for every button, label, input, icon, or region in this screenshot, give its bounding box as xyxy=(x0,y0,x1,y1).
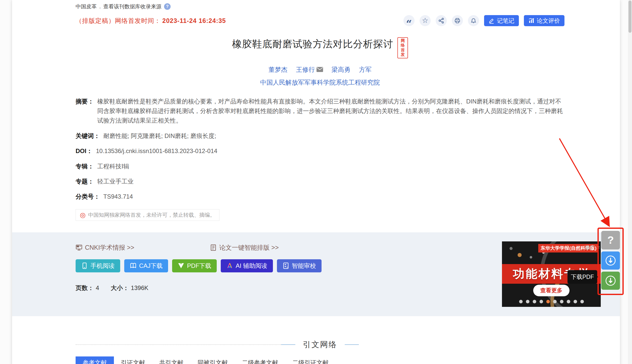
scrollbar-thumb[interactable] xyxy=(628,1,631,33)
evaluate-button-label: 论文评价 xyxy=(537,17,560,25)
doi-row: DOI： 10.13536/j.cnki.issn1001-6813.2023-… xyxy=(76,146,564,156)
clc-label: 分类号： xyxy=(76,192,100,201)
journal-source-line: 中国皮革 . 查看该刊数据库收录来源 ? xyxy=(76,2,564,10)
carousel-dot[interactable] xyxy=(574,300,577,303)
topic-value: 轻工业手工业 xyxy=(97,177,134,186)
doi-value: 10.13536/j.cnki.issn1001-6813.2023-012-0… xyxy=(96,146,217,156)
clc-value: TS943.714 xyxy=(103,192,133,201)
carousel-dots xyxy=(502,300,601,303)
album-row: 专辑： 工程科技Ⅰ辑 xyxy=(76,162,564,171)
carousel-dot[interactable] xyxy=(553,300,557,303)
promo-close-icon[interactable]: × xyxy=(597,244,600,250)
author-name: 王修行 xyxy=(296,65,315,74)
copyright-box: ◎ 中国知网独家网络首发，未经许可，禁止转载、摘编。 xyxy=(76,209,219,221)
download-circle-icon xyxy=(605,275,616,286)
carousel-dot[interactable] xyxy=(533,300,536,303)
tab-co-cited[interactable]: 共引文献 xyxy=(152,356,191,364)
journal-name[interactable]: 中国皮革 xyxy=(76,3,97,10)
citation-tabs: 参考文献 引证文献 共引文献 同被引文献 二级参考文献 二级引证文献 xyxy=(76,356,564,364)
source-link[interactable]: 查看该刊数据库收录来源 xyxy=(103,3,162,10)
doi-label: DOI： xyxy=(76,146,92,156)
see-more-button[interactable]: 查看更多 xyxy=(533,285,570,296)
keywords-text[interactable]: 耐磨性能; 阿克隆磨耗; DIN磨耗; 磨痕长度; xyxy=(103,131,216,141)
divider-accent xyxy=(281,344,295,345)
favorite-button[interactable]: ☆ xyxy=(420,15,431,26)
author-link[interactable]: 方军 xyxy=(359,65,372,74)
cnki-intel-link[interactable]: CNKI学术情报 >> xyxy=(76,243,134,252)
checklist-icon: A xyxy=(282,262,289,269)
help-icon[interactable]: ? xyxy=(164,3,171,10)
pages-value: 4 xyxy=(96,284,99,292)
cnki-intel-label: CNKI学术情报 >> xyxy=(85,243,134,252)
tab-level2-references[interactable]: 二级参考文献 xyxy=(235,356,285,364)
svg-text:A: A xyxy=(286,266,288,269)
size-value: 1396K xyxy=(131,284,148,292)
separator: . xyxy=(99,4,101,10)
carousel-dot[interactable] xyxy=(540,300,543,303)
pdf-reader-icon xyxy=(178,262,184,269)
tab-citations[interactable]: 引证文献 xyxy=(114,356,152,364)
star-icon: ☆ xyxy=(422,17,428,24)
topic-row: 专题： 轻工业手工业 xyxy=(76,177,564,186)
pdf-download-button[interactable]: PDF下载 xyxy=(172,259,217,272)
author-link[interactable]: 董梦杰 xyxy=(269,65,288,74)
pages-label: 页数： xyxy=(76,284,94,292)
share-button[interactable] xyxy=(436,15,447,26)
ai-read-button[interactable]: AI 辅助阅读 xyxy=(221,259,273,272)
carousel-dot[interactable] xyxy=(567,300,570,303)
evaluate-button[interactable]: 论文评价 xyxy=(524,15,564,26)
promo-label: 推广 xyxy=(585,244,595,251)
abstract-row: 摘要： 橡胶鞋底耐磨性是鞋类产品质量的核心要素，对产品寿命和性能具有直接影响。本… xyxy=(76,97,564,126)
smart-proof-label: 智能审校 xyxy=(292,262,316,270)
author-link[interactable]: 王修行 xyxy=(296,65,323,74)
ai-read-label: AI 辅助阅读 xyxy=(236,262,267,270)
page-title: 橡胶鞋底耐磨试验方法对比分析探讨 xyxy=(232,39,393,49)
online-first-badge: 网络首发 xyxy=(397,37,408,58)
publish-time-line: （排版定稿）网络首发时间：2023-11-24 16:24:35 xyxy=(76,17,226,25)
note-button[interactable]: 记笔记 xyxy=(484,15,519,26)
bell-icon xyxy=(470,18,477,24)
phone-icon xyxy=(81,262,88,269)
author-link[interactable]: 梁高勇 xyxy=(332,65,351,74)
pdf-download-label: PDF下载 xyxy=(187,262,211,270)
title-block: 橡胶鞋底耐磨试验方法对比分析探讨 网络首发 xyxy=(76,37,564,58)
note-button-label: 记笔记 xyxy=(497,17,514,25)
document-icon xyxy=(210,244,217,251)
tab-references[interactable]: 参考文献 xyxy=(76,356,114,364)
alert-button[interactable] xyxy=(468,15,479,26)
carousel-dot[interactable] xyxy=(519,300,523,303)
quote-icon: “ xyxy=(406,22,412,25)
pencil-icon xyxy=(489,18,495,24)
promo-label-row: 推广 × xyxy=(585,244,600,251)
tool-links-row: CNKI学术情报 >> 论文一键智能排版 >> xyxy=(76,243,564,252)
tab-level2-citations[interactable]: 二级引证文献 xyxy=(285,356,336,364)
smart-typeset-link[interactable]: 论文一键智能排版 >> xyxy=(210,243,279,252)
floating-caj-download-button[interactable] xyxy=(601,251,620,270)
monitor-icon xyxy=(76,244,82,251)
smart-proof-button[interactable]: A 智能审校 xyxy=(277,259,322,272)
page-scrollbar[interactable] xyxy=(628,0,632,364)
carousel-dot[interactable] xyxy=(526,300,529,303)
author-list: 董梦杰 王修行 梁高勇 方军 xyxy=(76,65,564,74)
caj-download-button[interactable]: CAJ下载 xyxy=(124,259,168,272)
floating-pdf-download-button[interactable] xyxy=(601,272,620,290)
smart-typeset-label: 论文一键智能排版 >> xyxy=(219,243,279,252)
carousel-dot[interactable] xyxy=(580,300,584,303)
banner-decor-dot xyxy=(518,253,522,257)
mobile-read-button[interactable]: 手机阅读 xyxy=(76,259,120,272)
author-name: 董梦杰 xyxy=(269,65,288,74)
tab-co-citing[interactable]: 同被引文献 xyxy=(191,356,235,364)
download-circle-icon xyxy=(605,255,616,266)
carousel-dot-active[interactable] xyxy=(546,300,550,303)
publish-toolbar-row: （排版定稿）网络首发时间：2023-11-24 16:24:35 “ ☆ 记笔记… xyxy=(76,15,564,26)
affiliation-link[interactable]: 中国人民解放军军事科学院系统工程研究院 xyxy=(76,78,564,87)
floating-help-button[interactable]: ? xyxy=(601,231,620,249)
carousel-dot[interactable] xyxy=(560,300,563,303)
ai-logo-icon xyxy=(226,262,233,269)
publish-prefix: （排版定稿）网络首发时间： xyxy=(76,17,161,24)
print-button[interactable] xyxy=(452,15,463,26)
cite-quote-button[interactable]: “ xyxy=(403,15,415,26)
abstract-text: 橡胶鞋底耐磨性是鞋类产品质量的核心要素，对产品寿命和性能具有直接影响。本文介绍三… xyxy=(97,97,564,126)
bar-chart-icon xyxy=(528,18,534,24)
article-toolbar: “ ☆ 记笔记 论文评价 xyxy=(403,15,564,26)
